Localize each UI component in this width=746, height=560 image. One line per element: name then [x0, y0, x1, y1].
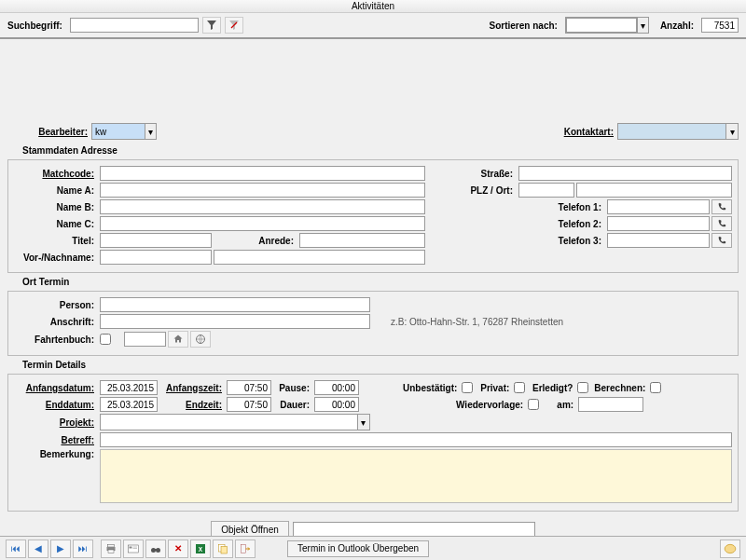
- stammdaten-fieldset: Matchcode: Name A: Name B: Name C: Titel…: [7, 159, 739, 273]
- nameb-label: Name B:: [14, 202, 98, 212]
- chevron-down-icon[interactable]: ▾: [357, 415, 369, 430]
- tel3-input[interactable]: [607, 233, 710, 248]
- help-icon[interactable]: [720, 540, 740, 558]
- svg-rect-4: [108, 550, 114, 553]
- sort-label: Sortieren nach:: [490, 20, 561, 31]
- clear-filter-icon[interactable]: [225, 17, 243, 34]
- bearbeiter-label: Bearbeiter:: [7, 127, 91, 137]
- outlook-button[interactable]: Termin in Outlook Übergeben: [287, 540, 429, 557]
- objekt-display-input[interactable]: [293, 522, 535, 537]
- enddatum-input[interactable]: [100, 397, 158, 412]
- last-record-icon[interactable]: ⏭: [73, 540, 93, 558]
- anschrift-input[interactable]: [100, 314, 370, 329]
- ort-input[interactable]: [576, 183, 732, 198]
- binoculars-icon[interactable]: [145, 540, 166, 558]
- erledigt-checkbox[interactable]: [577, 382, 588, 393]
- berechnen-label: Berechnen:: [590, 383, 648, 393]
- termindetails-legend: Termin Details: [22, 360, 737, 370]
- namec-input[interactable]: [100, 216, 425, 231]
- bearbeiter-combo[interactable]: ▾: [91, 123, 157, 140]
- anschrift-hint: z.B: Otto-Hahn-Str. 1, 76287 Rheinstette…: [391, 317, 563, 327]
- anfangszeit-input[interactable]: [227, 380, 271, 395]
- unbestaetigt-label: Unbestätigt:: [400, 383, 460, 393]
- excel-icon[interactable]: X: [190, 540, 211, 558]
- window-title: Aktivitäten: [0, 0, 746, 13]
- projekt-label: Projekt:: [14, 417, 98, 428]
- tel3-label: Telefon 3:: [521, 236, 605, 246]
- endzeit-label: Endzeit:: [159, 400, 225, 410]
- anfangsdatum-input[interactable]: [100, 380, 158, 395]
- person-label: Person:: [14, 300, 98, 310]
- erledigt-label: Erledigt?: [527, 383, 575, 393]
- bemerkung-textarea[interactable]: [100, 449, 732, 503]
- chevron-down-icon[interactable]: ▾: [725, 124, 738, 139]
- first-record-icon[interactable]: ⏮: [6, 540, 26, 558]
- filter-icon[interactable]: [202, 17, 221, 34]
- orttermin-legend: Ort Termin: [22, 277, 737, 287]
- stammdaten-legend: Stammdaten Adresse: [22, 145, 737, 156]
- phone-icon[interactable]: [711, 199, 732, 214]
- chevron-down-icon[interactable]: ▾: [637, 18, 648, 33]
- betreff-input[interactable]: [100, 432, 732, 447]
- globe-icon[interactable]: [190, 331, 211, 348]
- tel2-label: Telefon 2:: [521, 219, 605, 229]
- svg-text:X: X: [199, 545, 203, 552]
- count-value: [701, 18, 739, 33]
- pause-input[interactable]: [314, 380, 359, 395]
- berechnen-checkbox[interactable]: [650, 382, 661, 393]
- svg-rect-15: [221, 546, 228, 553]
- tel1-input[interactable]: [607, 199, 710, 214]
- exit-icon[interactable]: [235, 540, 256, 558]
- unbestaetigt-checkbox[interactable]: [462, 382, 473, 393]
- fahrtenbuch-checkbox[interactable]: [100, 334, 111, 345]
- person-input[interactable]: [100, 297, 370, 312]
- kontaktart-combo[interactable]: ▾: [617, 123, 739, 140]
- phone-icon[interactable]: [711, 216, 732, 231]
- search-label: Suchbegriff:: [7, 20, 66, 31]
- chevron-down-icon[interactable]: ▾: [145, 124, 156, 139]
- privat-checkbox[interactable]: [514, 382, 525, 393]
- tel2-input[interactable]: [607, 216, 710, 231]
- anfangsdatum-label: Anfangsdatum:: [14, 383, 98, 393]
- bottom-toolbar: ⏮ ◀ ▶ ⏭ ✕ X Termin in Outlook Übergeben: [0, 536, 746, 560]
- vorname-input[interactable]: [100, 250, 212, 265]
- card-icon[interactable]: [123, 540, 144, 558]
- next-record-icon[interactable]: ▶: [50, 540, 71, 558]
- endzeit-input[interactable]: [227, 397, 271, 412]
- svg-rect-6: [130, 546, 132, 548]
- strasse-label: Straße:: [433, 169, 517, 179]
- svg-point-17: [725, 544, 736, 553]
- titel-input[interactable]: [100, 233, 212, 248]
- plz-input[interactable]: [518, 183, 574, 198]
- wiedervorlage-checkbox[interactable]: [528, 399, 539, 410]
- home-icon[interactable]: [168, 331, 188, 348]
- matchcode-label: Matchcode:: [14, 169, 98, 179]
- privat-label: Privat:: [475, 383, 512, 393]
- nameb-input[interactable]: [100, 199, 425, 214]
- phone-icon[interactable]: [711, 233, 732, 248]
- dauer-input[interactable]: [314, 397, 359, 412]
- nachname-input[interactable]: [214, 250, 425, 265]
- copy-icon[interactable]: [213, 540, 233, 558]
- betreff-label: Betreff:: [14, 435, 98, 445]
- delete-icon[interactable]: ✕: [168, 540, 188, 558]
- namec-label: Name C:: [14, 219, 98, 229]
- anfangszeit-label: Anfangszeit:: [159, 383, 225, 393]
- prev-record-icon[interactable]: ◀: [28, 540, 48, 558]
- anschrift-label: Anschrift:: [14, 317, 98, 327]
- search-input[interactable]: [70, 18, 199, 33]
- projekt-combo[interactable]: ▾: [100, 414, 370, 430]
- vornachname-label: Vor-/Nachname:: [14, 253, 98, 263]
- svg-rect-11: [155, 549, 158, 551]
- titel-label: Titel:: [14, 236, 98, 246]
- am-input[interactable]: [578, 397, 643, 412]
- anrede-input[interactable]: [299, 233, 425, 248]
- print-icon[interactable]: [101, 540, 121, 558]
- strasse-input[interactable]: [518, 166, 732, 181]
- enddatum-label: Enddatum:: [14, 400, 98, 410]
- matchcode-input[interactable]: [100, 166, 425, 181]
- fahrtenbuch-input[interactable]: [124, 332, 166, 347]
- bemerkung-label: Bemerkung:: [14, 449, 98, 459]
- sort-combo[interactable]: ▾: [565, 17, 649, 34]
- namea-input[interactable]: [100, 183, 425, 198]
